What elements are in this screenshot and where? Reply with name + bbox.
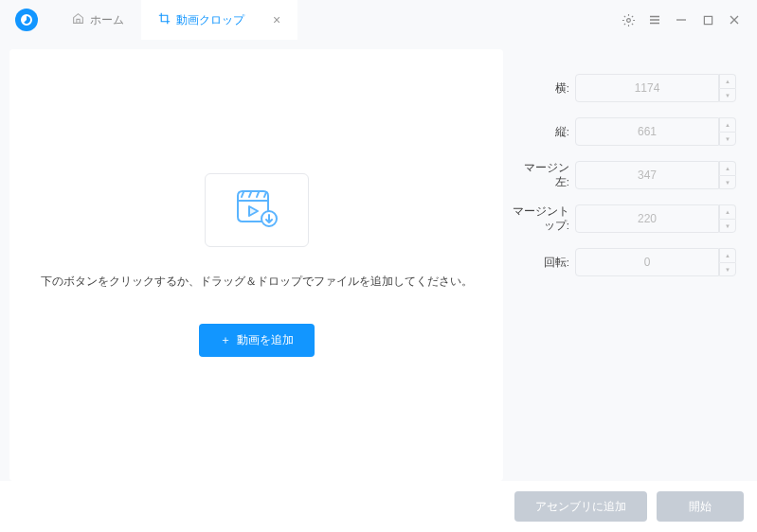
app-logo (15, 9, 38, 31)
bottom-bar: アセンブリに追加 開始 (0, 481, 757, 532)
height-label: 縦: (513, 125, 575, 139)
tab-crop-label: 動画クロップ (176, 12, 244, 28)
rotation-down[interactable]: ▼ (719, 262, 736, 276)
margin-left-label: マージン左: (513, 161, 575, 189)
titlebar: ホーム 動画クロップ × (0, 0, 757, 40)
width-down[interactable]: ▼ (719, 88, 736, 102)
video-download-icon (205, 173, 309, 247)
margin-top-up[interactable]: ▲ (719, 204, 736, 219)
height-down[interactable]: ▼ (719, 132, 736, 146)
height-input[interactable] (575, 117, 719, 146)
width-label: 横: (513, 81, 575, 96)
margin-left-input[interactable] (575, 161, 719, 189)
add-video-label: 動画を追加 (237, 332, 294, 348)
width-up[interactable]: ▲ (719, 74, 736, 88)
crop-settings-panel: 横: ▲ ▼ 縦: ▲ ▼ マージン左: ▲ ▼ マージントップ: (513, 49, 748, 481)
tab-crop[interactable]: 動画クロップ × (141, 0, 297, 40)
margin-left-up[interactable]: ▲ (719, 161, 736, 175)
svg-rect-1 (704, 16, 712, 24)
margin-left-down[interactable]: ▼ (719, 175, 736, 189)
settings-button[interactable] (617, 9, 640, 31)
close-button[interactable] (723, 9, 746, 31)
tab-home-label: ホーム (90, 12, 124, 28)
add-to-assembly-button[interactable]: アセンブリに追加 (514, 491, 647, 522)
rotation-label: 回転: (513, 256, 575, 270)
drop-zone[interactable]: 下のボタンをクリックするか、ドラッグ＆ドロップでファイルを追加してください。 ＋… (9, 49, 503, 481)
minimize-button[interactable] (670, 9, 693, 31)
height-up[interactable]: ▲ (719, 117, 736, 132)
crop-icon (158, 12, 171, 27)
tab-home[interactable]: ホーム (55, 0, 141, 40)
add-video-button[interactable]: ＋ 動画を追加 (199, 324, 315, 357)
close-icon[interactable]: × (273, 12, 280, 27)
plus-icon: ＋ (220, 332, 231, 348)
rotation-up[interactable]: ▲ (719, 248, 736, 262)
width-input[interactable] (575, 74, 719, 102)
rotation-input[interactable] (575, 248, 719, 276)
margin-top-input[interactable] (575, 204, 719, 233)
start-button[interactable]: 開始 (657, 491, 744, 522)
home-icon (72, 12, 84, 27)
maximize-button[interactable] (696, 9, 719, 31)
margin-top-down[interactable]: ▼ (719, 219, 736, 233)
menu-button[interactable] (643, 9, 666, 31)
svg-point-0 (626, 18, 630, 22)
margin-top-label: マージントップ: (513, 204, 575, 233)
drop-hint: 下のボタンをクリックするか、ドラッグ＆ドロップでファイルを追加してください。 (41, 274, 473, 290)
